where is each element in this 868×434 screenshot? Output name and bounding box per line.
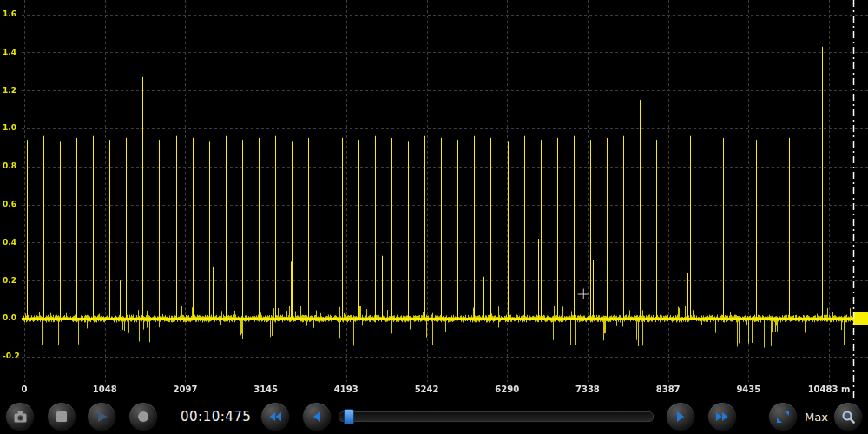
record-button[interactable] [128, 402, 158, 431]
step-back-button[interactable] [302, 402, 332, 431]
rewind-button[interactable] [260, 402, 290, 431]
step-forward-icon [674, 410, 687, 424]
oscilloscope-app: 00:10:475 [0, 0, 868, 434]
camera-icon [13, 411, 28, 424]
fast-forward-button[interactable] [707, 402, 737, 431]
stop-icon [56, 411, 68, 423]
record-icon [137, 411, 149, 423]
time-display: 00:10:475 [181, 409, 250, 424]
step-back-icon [311, 410, 323, 424]
camera-button[interactable] [5, 402, 35, 431]
fit-button[interactable] [768, 402, 798, 431]
play-icon [95, 410, 108, 424]
stop-button[interactable] [47, 402, 76, 431]
rewind-icon [268, 410, 282, 424]
step-forward-button[interactable] [666, 402, 695, 431]
timeline-slider-handle[interactable] [344, 409, 354, 424]
magnifier-icon [841, 410, 856, 424]
scope-canvas[interactable] [0, 0, 868, 399]
transport-toolbar: 00:10:475 [0, 399, 868, 434]
expand-icon [776, 410, 790, 424]
fast-forward-icon [715, 410, 729, 424]
zoom-button[interactable] [833, 402, 863, 431]
timeline-slider[interactable] [339, 411, 654, 422]
waveform-plot [0, 0, 868, 399]
max-label: Max [805, 411, 828, 424]
play-button[interactable] [87, 402, 116, 431]
